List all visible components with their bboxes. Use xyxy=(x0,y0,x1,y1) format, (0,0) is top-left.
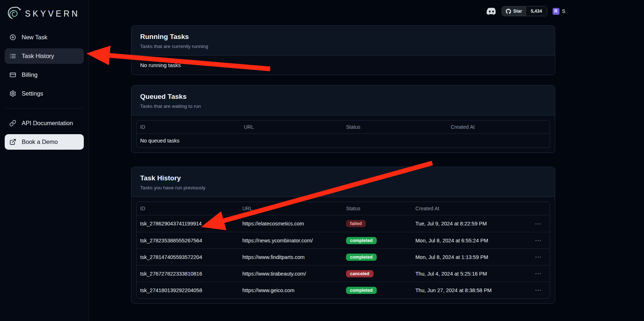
sidebar-item-label: Settings xyxy=(22,90,43,97)
task-status-badge: completed xyxy=(346,237,377,244)
column-header-id: ID xyxy=(137,202,239,215)
task-id-cell: tsk_278235388555267564 xyxy=(137,238,239,243)
task-created-cell: Mon, Jul 8, 2024 at 1:13:59 PM xyxy=(412,254,527,260)
task-status-badge: completed xyxy=(346,287,377,294)
running-tasks-empty: No running tasks xyxy=(131,56,555,75)
column-header-created-at: Created At xyxy=(447,120,550,133)
card-title: Queued Tasks xyxy=(140,93,546,101)
row-actions-button[interactable]: ⋯ xyxy=(535,253,541,261)
task-created-cell: Thu, Jun 27, 2024 at 8:38:58 PM xyxy=(412,287,527,293)
task-actions-cell: ⋯ xyxy=(527,270,550,277)
queued-tasks-card: Queued Tasks Tasks that are waiting to r… xyxy=(131,85,555,153)
task-url-cell: https://www.geico.com xyxy=(239,287,342,293)
sidebar-item-task-history[interactable]: Task History xyxy=(5,48,84,64)
task-status-cell: completed xyxy=(342,254,412,261)
sidebar-item-book-a-demo[interactable]: Book a Demo xyxy=(5,134,84,150)
sidebar-secondary-nav: API Documentation Book a Demo xyxy=(5,115,84,150)
content: Running Tasks Tasks that are currently r… xyxy=(131,25,555,304)
sidebar-item-settings[interactable]: Settings xyxy=(5,86,84,101)
sidebar-item-label: Task History xyxy=(22,53,54,60)
task-url-cell: https://news.ycombinator.com/ xyxy=(239,238,342,243)
column-header-status: Status xyxy=(342,120,447,133)
task-history-card: Task History Tasks you have run previous… xyxy=(131,167,555,304)
running-tasks-card: Running Tasks Tasks that are currently r… xyxy=(131,25,555,75)
table-header-row: ID URL Status Created At xyxy=(137,120,550,134)
card-subtitle: Tasks that are waiting to run xyxy=(140,104,546,109)
main-area: Star 5,434 R S Running Tasks Tasks that … xyxy=(89,0,644,321)
discord-icon[interactable] xyxy=(487,8,496,15)
task-history-header: Task History Tasks you have run previous… xyxy=(131,167,555,197)
task-history-table: ID URL Status Created At tsk_27862904374… xyxy=(136,202,550,299)
column-header-created-at: Created At xyxy=(412,202,527,215)
row-actions-button[interactable]: ⋯ xyxy=(535,237,541,244)
user-name-partial: S xyxy=(562,8,565,14)
table-row[interactable]: tsk_278235388555267564 https://news.ycom… xyxy=(137,232,550,249)
card-title: Task History xyxy=(140,174,546,182)
sidebar-item-api-documentation[interactable]: API Documentation xyxy=(5,115,84,131)
column-header-status: Status xyxy=(342,202,412,215)
link-icon xyxy=(9,120,16,127)
task-url-cell: https://www.tirabeauty.com/ xyxy=(239,271,342,277)
task-status-cell: completed xyxy=(342,237,412,244)
list-icon xyxy=(9,53,16,60)
brand-logo[interactable]: SKYVERN xyxy=(5,4,84,30)
task-id-cell: tsk_274180139292204058 xyxy=(137,287,239,293)
credit-card-icon xyxy=(9,71,16,78)
github-star-count: 5,434 xyxy=(526,6,546,16)
avatar[interactable]: R xyxy=(553,8,559,15)
task-id-cell: tsk_276727822333810816 xyxy=(137,271,239,277)
task-url-cell: https://www.finditparts.com xyxy=(239,254,342,260)
queued-tasks-table: ID URL Status Created At No queued tasks xyxy=(136,120,550,148)
sidebar: SKYVERN New Task Task History Billing Se… xyxy=(0,0,89,321)
table-row[interactable]: tsk_276727822333810816 https://www.tirab… xyxy=(137,265,550,282)
task-actions-cell: ⋯ xyxy=(527,220,550,228)
task-status-badge: completed xyxy=(346,254,377,261)
task-url-cell: https://elatecosmetics.com xyxy=(239,221,342,227)
task-created-cell: Tue, Jul 9, 2024 at 8:22:59 PM xyxy=(412,221,527,227)
queued-tasks-body: ID URL Status Created At No queued tasks xyxy=(131,115,555,153)
task-history-body: ID URL Status Created At tsk_27862904374… xyxy=(131,197,555,303)
table-row[interactable]: tsk_278629043741199914 https://elatecosm… xyxy=(137,215,550,232)
task-created-cell: Mon, Jul 8, 2024 at 6:55:24 PM xyxy=(412,238,527,243)
table-row[interactable]: tsk_278147405593572204 https://www.findi… xyxy=(137,249,550,265)
row-actions-button[interactable]: ⋯ xyxy=(535,270,541,277)
queued-tasks-header: Queued Tasks Tasks that are waiting to r… xyxy=(131,85,555,115)
card-title: Running Tasks xyxy=(140,33,546,41)
sidebar-item-label: New Task xyxy=(22,34,47,41)
topbar: Star 5,434 R S xyxy=(178,5,644,17)
card-subtitle: Tasks that are currently running xyxy=(140,44,546,49)
row-actions-button[interactable]: ⋯ xyxy=(535,220,541,228)
task-history-rows: tsk_278629043741199914 https://elatecosm… xyxy=(137,215,550,298)
table-row[interactable]: tsk_274180139292204058 https://www.geico… xyxy=(137,282,550,298)
task-created-cell: Thu, Jul 4, 2024 at 5:25:16 PM xyxy=(412,271,527,277)
external-link-icon xyxy=(9,138,16,145)
queued-tasks-empty: No queued tasks xyxy=(137,134,550,148)
sidebar-item-new-task[interactable]: New Task xyxy=(5,30,84,45)
task-status-badge: failed xyxy=(346,220,366,227)
task-actions-cell: ⋯ xyxy=(527,286,550,294)
card-subtitle: Tasks you have run previously xyxy=(140,185,546,190)
sidebar-item-billing[interactable]: Billing xyxy=(5,67,84,83)
task-actions-cell: ⋯ xyxy=(527,253,550,261)
brand-name: SKYVERN xyxy=(25,9,80,19)
github-star-label: Star xyxy=(513,9,522,14)
task-id-cell: tsk_278147405593572204 xyxy=(137,254,239,260)
sidebar-item-label: API Documentation xyxy=(22,120,73,127)
github-star-left: Star xyxy=(502,6,526,16)
table-header-row: ID URL Status Created At xyxy=(137,202,550,215)
task-status-cell: failed xyxy=(342,220,412,227)
github-star-button[interactable]: Star 5,434 xyxy=(502,6,547,16)
task-actions-cell: ⋯ xyxy=(527,237,550,244)
task-status-cell: canceled xyxy=(342,270,412,277)
sidebar-item-label: Book a Demo xyxy=(22,138,58,145)
row-actions-button[interactable]: ⋯ xyxy=(535,286,541,294)
task-status-badge: canceled xyxy=(346,270,373,277)
column-header-actions xyxy=(527,205,550,212)
running-tasks-header: Running Tasks Tasks that are currently r… xyxy=(131,26,555,56)
sidebar-divider xyxy=(5,108,83,109)
skyvern-dragon-icon xyxy=(6,5,22,22)
sidebar-item-label: Billing xyxy=(22,71,38,78)
plus-circle-icon xyxy=(9,34,16,41)
column-header-url: URL xyxy=(240,120,342,133)
column-header-id: ID xyxy=(137,120,240,133)
